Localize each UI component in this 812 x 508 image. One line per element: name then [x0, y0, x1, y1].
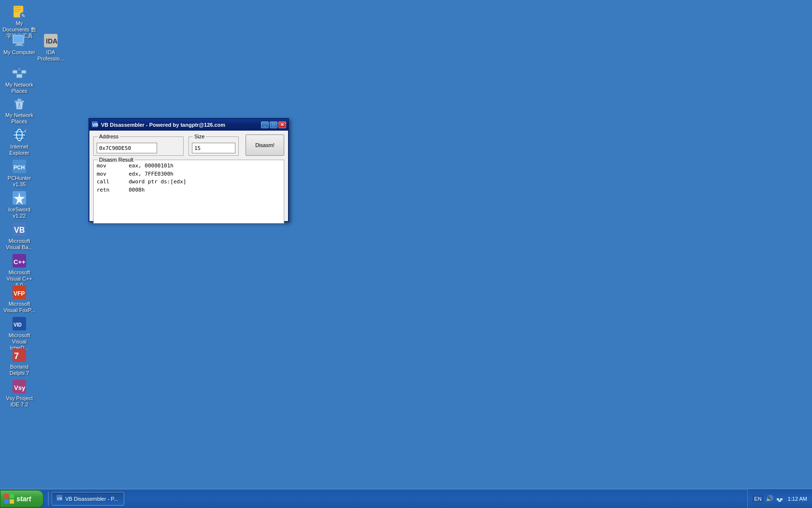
- minimize-button[interactable]: _: [261, 121, 269, 128]
- windows-logo: [4, 494, 14, 504]
- vb-disassembler-window: VB VB Disassembler - Powered by tangptr@…: [88, 118, 289, 222]
- address-input[interactable]: [97, 143, 157, 153]
- desktop-icon-icesword[interactable]: IceSword v1.22: [2, 190, 36, 219]
- svg-rect-12: [16, 74, 22, 78]
- delphi-icon: 7: [12, 347, 27, 363]
- maximize-button[interactable]: □: [270, 121, 277, 128]
- svg-rect-18: [14, 101, 24, 102]
- ie-label: Internet Explorer: [2, 144, 36, 156]
- address-label: Address: [98, 134, 120, 139]
- svg-text:VB: VB: [57, 496, 62, 501]
- svg-rect-1: [14, 7, 21, 8]
- foxpro-icon: VFP: [12, 284, 27, 300]
- vsy-label: Vsy Project IDE 7.2: [2, 395, 36, 408]
- svg-text:IDA: IDA: [46, 37, 58, 45]
- vsy-icon: Vsy: [12, 379, 27, 394]
- taskbar-items: VB VB Disassembler - P...: [51, 489, 747, 508]
- delphi-label: Borland Delphi 7: [2, 364, 36, 376]
- desktop-icon-delphi[interactable]: 7 Borland Delphi 7: [2, 347, 36, 376]
- result-section-label: Disasm Result: [98, 157, 135, 163]
- taskbar-separator: [48, 492, 49, 506]
- desktop-icon-my-computer[interactable]: My Computer: [2, 33, 36, 56]
- svg-text:C++: C++: [14, 258, 26, 266]
- svg-line-15: [15, 74, 19, 74]
- network-tray-icon[interactable]: [776, 494, 783, 503]
- disasm-button[interactable]: Disasm!: [246, 134, 284, 156]
- my-computer-label: My Computer: [3, 49, 35, 56]
- form-row: Address Size Disasm!: [93, 134, 284, 156]
- ida-label: IDA Professio...: [34, 49, 68, 62]
- network-label: My Network Places: [2, 82, 36, 94]
- desktop-icon-ida[interactable]: IDA IDA Professio...: [34, 33, 68, 62]
- tray-icons: EN 🔊 1:12 AM: [753, 494, 807, 503]
- svg-text:Vsy: Vsy: [14, 384, 26, 391]
- svg-text:VB: VB: [14, 226, 25, 234]
- ie-icon: [12, 127, 27, 143]
- result-section: Disasm Result mov eax, 00000101h mov edx…: [93, 160, 284, 224]
- vcpp-icon: C++: [12, 253, 27, 269]
- window-titlebar: VB VB Disassembler - Powered by tangptr@…: [89, 119, 288, 131]
- language-indicator: EN: [753, 495, 763, 502]
- close-button[interactable]: ✕: [278, 121, 286, 128]
- vb-icon: VB: [12, 222, 27, 237]
- svg-rect-49: [778, 500, 781, 502]
- taskbar-item-vb-disassembler[interactable]: VB VB Disassembler - P...: [52, 492, 124, 506]
- svg-rect-3: [14, 11, 19, 12]
- svg-rect-19: [17, 99, 21, 101]
- volume-icon[interactable]: 🔊: [766, 495, 773, 502]
- svg-rect-2: [14, 9, 21, 10]
- start-button[interactable]: start: [0, 490, 44, 508]
- desktop-icon-vb[interactable]: VB Microsoft Visual Ba...: [2, 222, 36, 251]
- interdev-icon: VID: [12, 316, 27, 331]
- window-title-icon: VB: [91, 121, 99, 129]
- system-time: 1:12 AM: [788, 496, 807, 502]
- svg-rect-9: [15, 45, 24, 46]
- svg-text:VID: VID: [14, 322, 22, 328]
- desktop-icon-vsy[interactable]: Vsy Vsy Project IDE 7.2: [2, 379, 36, 408]
- size-input[interactable]: [192, 143, 235, 153]
- pchunter-icon: PCH: [12, 159, 27, 174]
- result-line-1: mov edx, 7FFE0300h: [97, 170, 281, 179]
- svg-rect-8: [16, 44, 22, 45]
- icesword-label: IceSword v1.22: [2, 207, 36, 219]
- desktop-icon-pchunter[interactable]: PCH PCHunter v1.35: [2, 159, 36, 188]
- pchunter-label: PCHunter v1.35: [2, 175, 36, 188]
- network-icon: [12, 65, 27, 81]
- start-label: start: [16, 495, 31, 503]
- result-line-0: mov eax, 00000101h: [97, 162, 281, 170]
- window-controls: _ □ ✕: [261, 121, 286, 128]
- svg-rect-43: [4, 499, 9, 504]
- svg-text:VB: VB: [92, 122, 98, 127]
- size-label: Size: [193, 134, 206, 139]
- result-line-2: call dword ptr ds:[edx]: [97, 178, 281, 186]
- svg-text:✎: ✎: [21, 13, 25, 18]
- desktop-icon-foxpro[interactable]: VFP Microsoft Visual FoxP...: [2, 284, 36, 314]
- svg-line-16: [19, 74, 24, 74]
- svg-text:7: 7: [14, 351, 19, 361]
- window-title-text: VB Disassembler - Powered by tangptr@126…: [101, 122, 261, 128]
- svg-rect-41: [4, 494, 9, 498]
- foxpro-label: Microsoft Visual FoxP...: [2, 301, 36, 314]
- ida-icon: IDA: [43, 33, 58, 48]
- svg-rect-44: [10, 499, 14, 504]
- svg-text:PCH: PCH: [14, 164, 25, 170]
- result-content: mov eax, 00000101h mov edx, 7FFE0300h ca…: [94, 160, 284, 223]
- taskbar-item-label: VB Disassembler - P...: [65, 496, 118, 502]
- taskbar-item-icon: VB: [56, 494, 63, 503]
- recycle-label: My Network Places: [2, 112, 36, 125]
- my-documents-icon: ✎: [12, 4, 27, 19]
- recycle-icon: [12, 96, 27, 111]
- desktop-icon-network[interactable]: My Network Places: [2, 65, 36, 94]
- desktop-icon-vcpp[interactable]: C++ Microsoft Visual C++ 6.0: [2, 253, 36, 289]
- svg-rect-47: [777, 498, 779, 500]
- desktop: ✎ My Documents 数字签名工具 My Computer IDA ID…: [0, 0, 812, 489]
- svg-rect-42: [10, 494, 14, 498]
- svg-rect-7: [14, 36, 23, 43]
- svg-rect-14: [21, 70, 26, 74]
- svg-rect-48: [780, 498, 783, 500]
- system-tray: EN 🔊 1:12 AM: [747, 489, 812, 508]
- desktop-icon-ie[interactable]: Internet Explorer: [2, 127, 36, 156]
- desktop-icon-interdev[interactable]: VID Microsoft Visual InterD...: [2, 316, 36, 352]
- taskbar: start VB VB Disassembler - P... EN 🔊: [0, 489, 812, 508]
- desktop-icon-recycle[interactable]: My Network Places: [2, 96, 36, 125]
